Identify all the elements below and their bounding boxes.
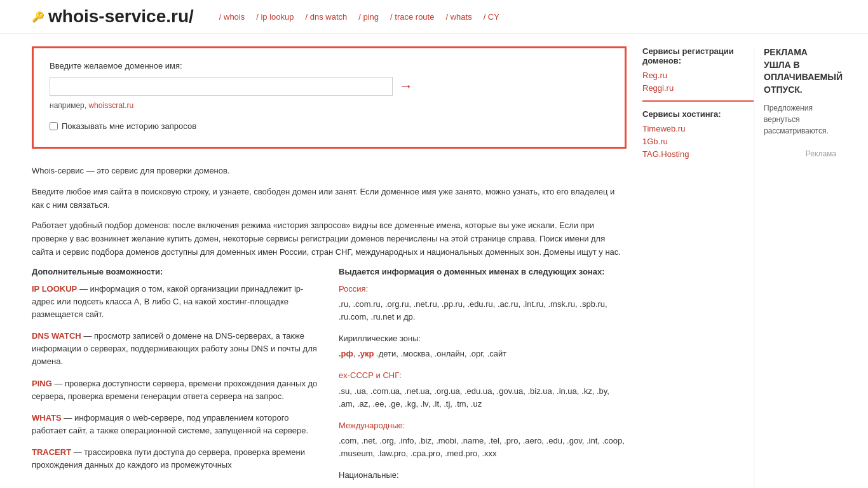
feature-link-ping[interactable]: PING <box>32 379 52 388</box>
search-label: Введите желаемое доменное имя: <box>50 61 609 71</box>
zone-text: .su, .ua, .com.ua, .net.ua, .org.ua, .ed… <box>339 385 627 410</box>
nav-link-ping[interactable]: / ping <box>358 12 379 22</box>
hosting-link-1gbru[interactable]: 1Gb.ru <box>642 137 754 146</box>
example-link[interactable]: whoisscrat.ru <box>88 101 133 110</box>
nav-link-cy[interactable]: / CY <box>484 12 499 22</box>
page-body: Введите желаемое доменное имя: → наприме… <box>0 34 868 488</box>
ad-note: Предложения вернуться рассматриваются. <box>764 102 836 137</box>
zones-list: Россия:.ru, .com.ru, .org.ru, .net.ru, .… <box>339 283 627 482</box>
hosting-link-timewebru[interactable]: Timeweb.ru <box>642 124 754 133</box>
zone-group-title: Кириллические зоны: <box>339 332 627 345</box>
cyrillic-zone-badge: .рф <box>339 349 353 358</box>
features-column: Дополнительные возможности: IP LOOKUP — … <box>32 267 320 488</box>
zone-group-title: Национальные: <box>339 469 627 482</box>
zone-title-link[interactable]: ex-СССР и СНГ: <box>339 370 402 380</box>
feature-item: WHATS — информация о web-сервере, под уп… <box>32 412 320 437</box>
nav-link-traceroute[interactable]: / trace route <box>390 12 434 22</box>
registration-link-regru[interactable]: Reg.ru <box>642 71 754 80</box>
feature-item: DNS WATCH — просмотр записей о домене на… <box>32 330 320 368</box>
zone-text: .ru, .com.ru, .org.ru, .net.ru, .pp.ru, … <box>339 298 627 323</box>
logo-area: 🔑 whois-service.ru/ <box>32 6 194 27</box>
services-sidebar: Сервисы регистрации доменов: Reg.ruReggi… <box>627 46 754 488</box>
left-main: Введите желаемое доменное имя: → наприме… <box>32 46 627 488</box>
zones-heading: Выдается информация о доменных именах в … <box>339 267 627 276</box>
example-text: например, whoisscrat.ru <box>50 101 609 110</box>
zone-group-title: ex-СССР и СНГ: <box>339 369 627 382</box>
nav-link-whats[interactable]: / whats <box>445 12 471 22</box>
feature-link-ip lookup[interactable]: IP LOOKUP <box>32 284 77 294</box>
desc-para-2: Введите любое имя сайта в поисковую стро… <box>32 186 627 212</box>
feature-link-whats[interactable]: WHATS <box>32 413 62 423</box>
desc-para-1: Whois-сервис — это сервис для проверки д… <box>32 165 627 178</box>
search-row: → <box>50 77 609 96</box>
search-arrow-button[interactable]: → <box>399 78 413 95</box>
zone-text: .com, .net, .org, .info, .biz, .mobi, .n… <box>339 435 627 460</box>
feature-item: PING — проверка доступности сервера, вре… <box>32 377 320 403</box>
zone-group: ex-СССР и СНГ:.su, .ua, .com.ua, .net.ua… <box>339 369 627 410</box>
site-logo[interactable]: whois-service.ru/ <box>48 6 194 27</box>
header: 🔑 whois-service.ru/ / whois/ ip lookup/ … <box>0 0 868 34</box>
example-prefix: например, <box>50 101 88 110</box>
ad-sidebar: РЕКЛАМА УШЛА В ОПЛАЧИВАЕМЫЙ ОТПУСК. Пред… <box>754 46 836 488</box>
history-label[interactable]: Показывать мне историю запросов <box>62 121 196 131</box>
zone-cyrillic-text: .рф, .укр .дети, .москва, .онлайн, .орг,… <box>339 348 627 360</box>
zone-group: Национальные: <box>339 469 627 482</box>
feature-item: TRACERT — трассировка пути доступа до се… <box>32 446 320 471</box>
search-box: Введите желаемое доменное имя: → наприме… <box>32 46 627 149</box>
hosting-heading: Сервисы хостинга: <box>642 109 754 119</box>
desc-para-3: Работает удобный подбор доменов: после в… <box>32 219 627 259</box>
cyrillic-zone-badge: .укр <box>358 349 374 358</box>
history-checkbox[interactable] <box>50 122 58 130</box>
nav-link-dnswatch[interactable]: / dns watch <box>306 12 348 22</box>
zone-group: Международные:.com, .net, .org, .info, .… <box>339 419 627 460</box>
zone-group: Россия:.ru, .com.ru, .org.ru, .net.ru, .… <box>339 283 627 323</box>
history-checkbox-row: Показывать мне историю запросов <box>50 121 609 131</box>
key-icon: 🔑 <box>32 11 44 23</box>
nav-link-whois[interactable]: / whois <box>219 12 245 22</box>
ad-bottom-label: Реклама <box>764 149 836 158</box>
zone-group: Кириллические зоны:.рф, .укр .дети, .мос… <box>339 332 627 360</box>
zone-group-title: Международные: <box>339 419 627 432</box>
zones-column: Выдается информация о доменных именах в … <box>339 267 627 488</box>
main-nav: / whois/ ip lookup/ dns watch/ ping/ tra… <box>219 12 499 22</box>
hosting-links: Timeweb.ru1Gb.ruTAG.Hosting <box>642 124 754 159</box>
registration-link-reggiru[interactable]: Reggi.ru <box>642 83 754 93</box>
feature-item: IP LOOKUP — информация о том, какой орга… <box>32 283 320 321</box>
feature-link-tracert[interactable]: TRACERT <box>32 447 71 457</box>
services-divider <box>642 100 754 102</box>
nav-link-iplookup[interactable]: / ip lookup <box>256 12 294 22</box>
ad-gone-text: РЕКЛАМА УШЛА В ОПЛАЧИВАЕМЫЙ ОТПУСК. <box>764 46 836 96</box>
feature-link-dns watch[interactable]: DNS WATCH <box>32 331 81 341</box>
zone-group-title: Россия: <box>339 283 627 295</box>
features-list: IP LOOKUP — информация о том, какой орга… <box>32 283 320 472</box>
registration-heading: Сервисы регистрации доменов: <box>642 46 754 65</box>
features-zones-section: Дополнительные возможности: IP LOOKUP — … <box>32 267 627 488</box>
hosting-link-taghosting[interactable]: TAG.Hosting <box>642 149 754 159</box>
domain-input[interactable] <box>50 77 393 96</box>
registration-links: Reg.ruReggi.ru <box>642 71 754 93</box>
zone-title-link[interactable]: Россия: <box>339 284 368 294</box>
description-area: Whois-сервис — это сервис для проверки д… <box>32 165 627 259</box>
features-heading: Дополнительные возможности: <box>32 267 320 276</box>
zone-title-link[interactable]: Международные: <box>339 421 405 430</box>
